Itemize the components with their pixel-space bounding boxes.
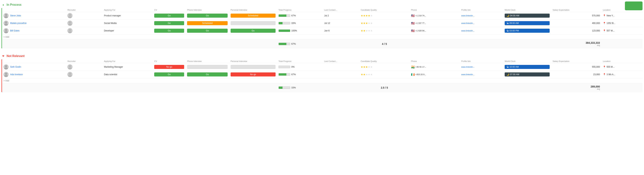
linkedin-link[interactable]: www.linkedin... — [461, 73, 474, 76]
go-button[interactable]: Go — [154, 21, 184, 25]
svg-point-3 — [68, 16, 72, 18]
candidate-name-link[interactable]: Seth Godin — [10, 66, 21, 68]
scheduled-button[interactable]: Scheduled — [230, 14, 276, 18]
salary-cell: 123,000 — [551, 27, 602, 35]
progress-fill — [279, 22, 282, 24]
new-badge[interactable] — [625, 2, 642, 10]
empty-cell — [187, 65, 228, 69]
go-button[interactable]: Go — [154, 29, 184, 33]
phone-number: +1 337 77... — [416, 22, 426, 24]
add-row[interactable]: + Add — [2, 35, 642, 40]
location-cell: 📍 557 M... — [602, 27, 642, 35]
candidates-table: RecruiterApplying ForCVPhone InterviewPe… — [2, 8, 642, 48]
location-icon: 📍 — [603, 29, 606, 32]
progress-cell: 67% — [277, 71, 323, 78]
section-not-relevant: ❤ Not Relevant RecruiterApplying ForCVPh… — [2, 54, 642, 92]
phone-number: +36 55 17... — [416, 66, 426, 68]
candidate-name-link[interactable]: Steve Jobs — [10, 14, 21, 17]
clock-time: 09:00 AM — [510, 22, 519, 25]
go-button[interactable]: Go — [230, 29, 276, 33]
go-button[interactable]: Go — [154, 72, 184, 76]
nogo-button[interactable]: No-go — [230, 72, 276, 76]
recruiter-cell — [66, 27, 102, 35]
cv-cell[interactable]: Go — [153, 12, 186, 20]
col-header-2: Applying For — [102, 59, 153, 63]
add-button[interactable]: + Add — [2, 35, 642, 40]
col-header-1: Recruiter — [66, 59, 102, 63]
linkedin-link[interactable]: www.linkedin... — [461, 15, 474, 17]
add-button[interactable]: + Add — [2, 78, 642, 83]
nogo-button[interactable]: No-go — [154, 65, 184, 69]
name-cell: Bill Gates — [2, 27, 66, 35]
scheduled-button[interactable]: Scheduled — [187, 21, 228, 25]
phone-cell: 🇺🇸 +1 928 94... — [410, 27, 460, 35]
phone-interview-cell[interactable]: Go — [186, 27, 229, 35]
clock-icon: 🌤 — [506, 22, 509, 25]
clock-time: 10:00 AM — [510, 66, 519, 68]
phone-interview-cell[interactable]: Go — [186, 12, 229, 20]
go-button[interactable]: Go — [187, 72, 228, 76]
profile-link-cell[interactable]: www.linkedin... — [460, 63, 503, 71]
candidate-name-link[interactable]: Bill Gates — [10, 29, 20, 32]
progress-cell: 33% — [277, 20, 323, 27]
profile-link-cell[interactable]: www.linkedin... — [460, 20, 503, 27]
world-clock: 🌤 03:00 PM — [505, 29, 550, 33]
profile-link-cell[interactable]: www.linkedin... — [460, 71, 503, 78]
add-row[interactable]: + Add — [2, 78, 642, 83]
svg-point-4 — [5, 21, 7, 24]
profile-link-cell[interactable]: www.linkedin... — [460, 27, 503, 35]
linkedin-link[interactable]: www.linkedin... — [461, 30, 474, 32]
summary-empty-7 — [323, 83, 359, 92]
summary-empty-5 — [186, 40, 229, 48]
personal-interview-cell[interactable] — [229, 63, 277, 71]
progress-text: 100% — [291, 29, 297, 32]
avatar — [4, 13, 9, 18]
location-text: 1352 B... — [606, 22, 615, 25]
phone-interview-cell[interactable] — [186, 63, 229, 71]
cv-cell[interactable]: Go — [153, 27, 186, 35]
quality-cell: ★★★★★ — [359, 20, 410, 27]
quality-cell: ★★★★★ — [359, 12, 410, 20]
col-header-10: Profile link — [460, 8, 503, 12]
cv-cell[interactable]: No-go — [153, 63, 186, 71]
linkedin-link[interactable]: www.linkedin... — [461, 22, 474, 24]
name-cell: Ada lovelace — [2, 71, 66, 78]
candidates-table: RecruiterApplying ForCVPhone InterviewPe… — [2, 59, 642, 92]
flag-icon: 🇺🇸 — [411, 14, 415, 18]
candidate-name-link[interactable]: Malala yousafzai — [10, 22, 26, 25]
personal-interview-cell[interactable]: No-go — [229, 71, 277, 78]
cv-cell[interactable]: Go — [153, 71, 186, 78]
location-text: 557 M... — [606, 29, 614, 32]
go-button[interactable]: Go — [154, 14, 184, 18]
location-cell: 📍 New Y... — [602, 12, 642, 20]
go-button[interactable]: Go — [187, 14, 228, 18]
cv-cell[interactable]: Go — [153, 20, 186, 27]
clock-time: 04:00 AM — [510, 14, 519, 17]
progress-bar — [278, 22, 290, 25]
summary-empty-8 — [410, 40, 460, 48]
flag-icon: 🇺🇸 — [411, 29, 415, 33]
col-header-13: Location — [602, 59, 642, 63]
summary-empty-5 — [186, 83, 229, 92]
clock-icon: 🌙 — [506, 73, 509, 76]
personal-interview-cell[interactable]: Scheduled — [229, 12, 277, 20]
go-button[interactable]: Go — [187, 29, 228, 33]
phone-number: +353 20 9... — [416, 73, 426, 76]
name-cell: Malala yousafzai — [2, 20, 66, 27]
table-header-row: RecruiterApplying ForCVPhone InterviewPe… — [2, 59, 642, 63]
world-clock-cell: 🌤 09:00 AM — [503, 20, 551, 27]
flag-icon: 🇮🇪 — [411, 73, 415, 76]
phone-interview-cell[interactable]: Go — [186, 71, 229, 78]
progress-cell: 100% — [277, 27, 323, 35]
location-text: New Y... — [606, 14, 615, 17]
profile-link-cell[interactable]: www.linkedin... — [460, 12, 503, 20]
personal-interview-cell[interactable]: Go — [229, 27, 277, 35]
summary-empty-6 — [229, 40, 277, 48]
phone-interview-cell[interactable]: Scheduled — [186, 20, 229, 27]
summary-empty-10 — [503, 40, 551, 48]
recruiter-avatar — [67, 21, 72, 26]
table-row: Seth Godin Marketing Manager No-go 0% — [2, 63, 642, 71]
personal-interview-cell[interactable] — [229, 20, 277, 27]
candidate-name-link[interactable]: Ada lovelace — [10, 73, 23, 76]
linkedin-link[interactable]: www.linkedin... — [461, 66, 474, 68]
